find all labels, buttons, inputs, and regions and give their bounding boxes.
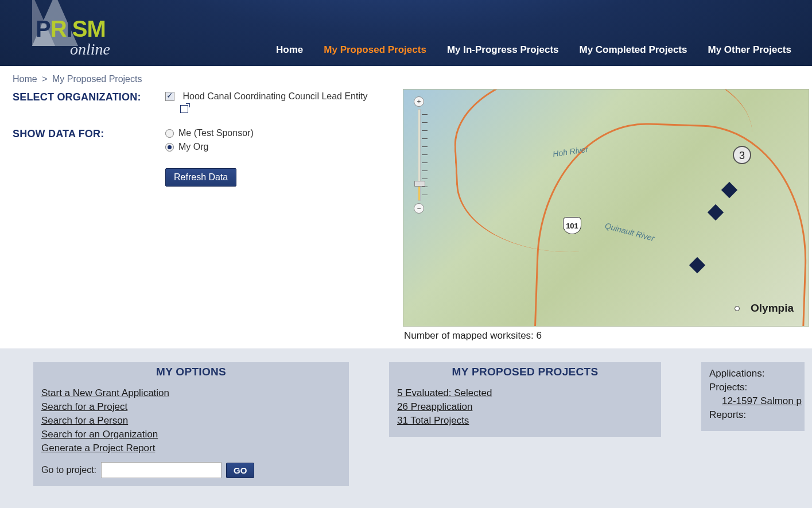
panel-my-options-title: MY OPTIONS	[33, 362, 349, 382]
org-checkbox[interactable]	[165, 92, 174, 101]
map[interactable]: + − 101 3 Hoh River	[403, 89, 809, 327]
logo-text-prism: PRISM	[36, 16, 106, 42]
link-total-projects[interactable]: 31 Total Projects	[397, 415, 653, 426]
breadcrumb-sep: >	[42, 74, 47, 84]
zoom-out-button[interactable]: −	[414, 203, 424, 214]
map-cluster-marker[interactable]: 3	[733, 146, 751, 164]
panel-my-proposed-title: MY PROPOSED PROJECTS	[389, 362, 661, 382]
side-reports-label: Reports:	[709, 409, 802, 421]
link-generate-report[interactable]: Generate a Project Report	[41, 443, 341, 454]
filter-panel: SELECT ORGANIZATION: Hood Canal Coordina…	[13, 89, 397, 199]
link-search-person[interactable]: Search for a Person	[41, 415, 341, 426]
side-projects-label: Projects:	[709, 382, 802, 393]
bottom-panels: MY OPTIONS Start a New Grant Application…	[0, 348, 812, 508]
city-label: Olympia	[751, 302, 794, 315]
zoom-handle[interactable]	[414, 181, 425, 187]
link-search-project[interactable]: Search for a Project	[41, 401, 341, 413]
city-marker-icon	[735, 306, 740, 311]
top-nav: Home My Proposed Projects My In-Progress…	[276, 44, 812, 56]
map-wrap: + − 101 3 Hoh River	[403, 89, 812, 342]
radio-myorg[interactable]	[165, 143, 174, 152]
highway-shield-icon: 101	[563, 217, 581, 234]
link-preapplication[interactable]: 26 Preapplication	[397, 401, 653, 413]
goto-project-label: Go to project:	[41, 465, 96, 475]
radio-me-label: Me (Test Sponsor)	[178, 128, 254, 138]
side-applications-label: Applications:	[709, 368, 802, 379]
select-organization-label: SELECT ORGANIZATION:	[13, 91, 165, 115]
show-data-for-label: SHOW DATA FOR:	[13, 128, 165, 156]
org-name: Hood Canal Coordinating Council Lead Ent…	[182, 91, 367, 101]
panel-my-proposed-projects: MY PROPOSED PROJECTS 5 Evaluated: Select…	[389, 362, 661, 437]
nav-completed-projects[interactable]: My Completed Projects	[580, 44, 687, 56]
breadcrumb-current: My Proposed Projects	[52, 74, 142, 84]
link-search-organization[interactable]: Search for an Organization	[41, 429, 341, 440]
link-new-grant-application[interactable]: Start a New Grant Application	[41, 387, 341, 399]
panel-my-options: MY OPTIONS Start a New Grant Application…	[33, 362, 349, 486]
map-caption: Number of mapped worksites: 6	[403, 327, 812, 342]
zoom-slider[interactable]	[418, 109, 421, 201]
logo-text-online: online	[70, 40, 110, 59]
breadcrumb: Home > My Proposed Projects	[0, 66, 812, 89]
radio-me[interactable]	[165, 129, 174, 138]
nav-inprogress-projects[interactable]: My In-Progress Projects	[447, 44, 559, 56]
refresh-data-button[interactable]: Refresh Data	[165, 168, 236, 187]
go-button[interactable]: GO	[226, 463, 254, 478]
external-link-icon[interactable]	[180, 105, 188, 113]
goto-project-input[interactable]	[101, 462, 222, 478]
nav-proposed-projects[interactable]: My Proposed Projects	[324, 44, 426, 56]
main: SELECT ORGANIZATION: Hood Canal Coordina…	[0, 89, 812, 342]
side-project-link[interactable]: 12-1597 Salmon p	[722, 395, 802, 407]
zoom-control: + −	[413, 96, 425, 214]
radio-myorg-label: My Org	[178, 142, 208, 152]
header: PRISM online Home My Proposed Projects M…	[0, 0, 812, 66]
panel-side: Applications: Projects: 12-1597 Salmon p…	[701, 362, 805, 431]
nav-other-projects[interactable]: My Other Projects	[708, 44, 792, 56]
breadcrumb-home[interactable]: Home	[13, 74, 37, 84]
logo: PRISM online	[16, 0, 119, 63]
nav-home[interactable]: Home	[276, 44, 303, 56]
zoom-in-button[interactable]: +	[414, 96, 424, 107]
link-evaluated-selected[interactable]: 5 Evaluated: Selected	[397, 387, 653, 399]
